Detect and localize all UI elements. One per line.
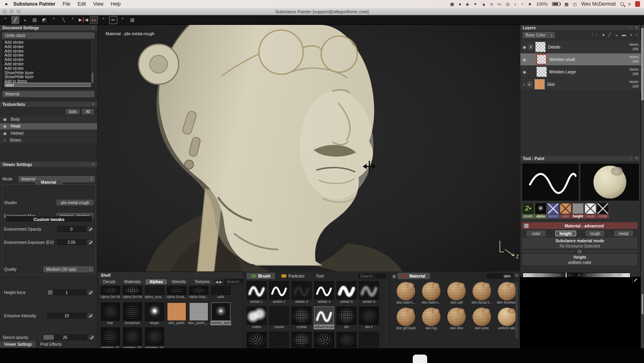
undo-item[interactable]: Add stroke [4,67,94,71]
brush-item[interactable]: cracks [269,306,289,329]
solo-button[interactable]: Solo [66,109,79,114]
apple-menu-icon[interactable]: ● [5,1,8,7]
alpha-item[interactable]: shape [144,302,165,325]
audio-icon[interactable]: ♪ [514,2,517,6]
panel-close-icon[interactable]: ✕ [92,162,95,166]
undo-stack-section[interactable]: Undo stack [2,32,94,39]
tab-textures[interactable]: Textures [191,279,214,284]
material-item[interactable]: skin bald h... [395,282,416,305]
envexposure-value[interactable]: 2.05 [57,239,86,245]
material-search-input[interactable] [487,274,513,279]
emissive-expression-icon[interactable] [87,313,94,318]
alpha-item[interactable]: alpha_scra... [144,286,165,299]
panel-float-icon[interactable]: ▫ [87,162,88,166]
panel-float-icon[interactable]: ▫ [630,26,632,30]
panel-float-icon[interactable]: ▫ [630,156,632,160]
substance-material-mode-button[interactable]: Substance material mode No Resource Sele… [523,238,637,248]
keyboard-icon[interactable]: ▦ [565,2,569,7]
panel-close-icon[interactable]: ✕ [635,26,638,30]
adv-channel-rough[interactable]: rough [586,231,604,236]
brush-thumb[interactable] [269,332,289,348]
symmetry-toggle-icon[interactable]: ▶┃◀ [79,16,88,24]
tool-paint-header[interactable]: Tool - Paint ▫✕ [520,156,640,162]
layer-row-skin[interactable]: ○ ▸ Skin Norm100 [520,78,641,91]
brush-thumb[interactable] [247,332,267,348]
instantiate-icon[interactable]: ⋮⋮ [591,32,599,38]
app-menu[interactable]: Substance Painter [13,1,55,7]
undo-list-scrollbar[interactable] [91,41,94,88]
brush-item[interactable]: dirt [336,306,357,329]
display-icon[interactable]: ▭ [497,2,501,7]
menu-view[interactable]: View [93,1,104,7]
channel-dropdown[interactable]: Base Color ▴▾ [523,32,555,38]
delete-layer-icon[interactable]: − [636,32,638,38]
layer-blend-mode[interactable]: Norm [630,43,638,47]
chip-alpha[interactable]: alpha [534,203,547,219]
adv-channel-height[interactable]: height [555,231,576,236]
envopacity-expression-icon[interactable] [87,226,94,232]
chip-rough[interactable]: rough [584,203,597,219]
screen-record-icon[interactable]: ▣ [450,2,454,7]
brush-thumb[interactable] [314,332,334,348]
quality-dropdown[interactable]: Medium (16 spp) ▴▾ [43,266,94,272]
envopacity-value[interactable]: 0 [57,226,86,232]
layer-visibility-icon[interactable]: ◉ [523,45,526,49]
tab-materials[interactable]: Materials [120,279,145,284]
emissive-slider[interactable]: 10 [47,313,86,318]
brush-item-selected[interactable]: default brush [314,306,334,329]
layer-thumbnail[interactable] [535,42,546,52]
document-settings-header[interactable]: Document Settings ▫✕ [0,25,97,31]
tab-tool[interactable]: Tool [311,273,328,279]
textureset-row-head[interactable]: ◉ Head [0,123,97,130]
panel-close-icon[interactable]: ✕ [92,102,95,106]
panel-close-icon[interactable]: ✕ [635,156,638,160]
layer-blend-mode[interactable]: Norm [630,55,638,59]
brush-item[interactable]: crystal [291,306,312,329]
material-item[interactable]: skin forehead [497,282,518,305]
alpha-item[interactable]: cells [210,286,231,299]
tab-decals[interactable]: Decals [99,279,120,284]
material-item[interactable]: skin facial h... [471,282,492,305]
layer-name[interactable]: Details [548,45,560,49]
undo-history-list[interactable]: Add stroke Add stroke Add stroke Add str… [2,40,94,88]
panel-menu-icon[interactable]: ▤ [515,273,518,277]
folder-collapsed-icon[interactable]: ▸ [528,82,532,87]
alpha-item[interactable]: hair [100,302,120,325]
height-slider-expression-icon[interactable] [632,277,633,284]
alpha-item[interactable]: wrinkles_04 [144,327,165,350]
brush-item[interactable]: artistic 4 [314,281,334,304]
visibility-icon[interactable]: ◉ [3,117,7,122]
chip-stencil[interactable]: stencil [547,203,559,219]
panel-float-icon[interactable]: ▫ [87,26,88,30]
brush-item[interactable]: dirt 2 [359,306,379,329]
chip-height[interactable]: height [572,203,584,219]
textureset-row-body[interactable]: ◉ Body [0,116,97,123]
undo-item[interactable]: Add stroke [4,45,94,49]
layer-blend-mode[interactable]: Norm [630,67,638,72]
layer-thumbnail[interactable] [534,79,545,89]
material-panel-scrollbar[interactable] [516,282,518,338]
brush-item[interactable]: artistic 5 [336,281,357,304]
layer-opacity[interactable]: 100 [632,59,638,64]
layer-opacity[interactable]: 100 [632,84,638,89]
undo-item-rename-input[interactable] [4,83,91,87]
notion-icon[interactable]: n [490,2,493,6]
alpha-item[interactable]: Alpha Dirt 06 [122,286,143,299]
material-item[interactable]: skin girl back [395,308,416,331]
shader-button[interactable]: pbr-metal-rough [57,200,94,205]
layers-header[interactable]: Layers ▫✕ [520,25,640,31]
stencil-toggle-icon[interactable]: xx [90,16,98,24]
add-effect-icon[interactable]: ╱ [608,32,611,38]
time-machine-icon[interactable]: ◔ [521,2,524,6]
height-uniform-color-button[interactable]: Height uniform color [523,254,637,265]
alpha-item[interactable]: skin_patch_... [188,302,209,325]
tab-alphas[interactable]: Alphas [145,279,167,284]
alpha-item-selected[interactable]: wrinkle_alpha [210,302,231,325]
paint-brush-tool-icon[interactable]: ╱ [11,16,19,24]
layer-row-wrinkles-large[interactable]: ◉ Wrinkles Large Norm100 [520,66,641,78]
shelf-next-icon[interactable]: ▶ [219,280,222,284]
adv-channel-metal[interactable]: metal [614,231,633,236]
brush-item[interactable]: artistic 3 [291,281,312,304]
notification-center-icon[interactable]: ≡ [628,2,631,6]
brush-thumb[interactable] [359,332,379,348]
